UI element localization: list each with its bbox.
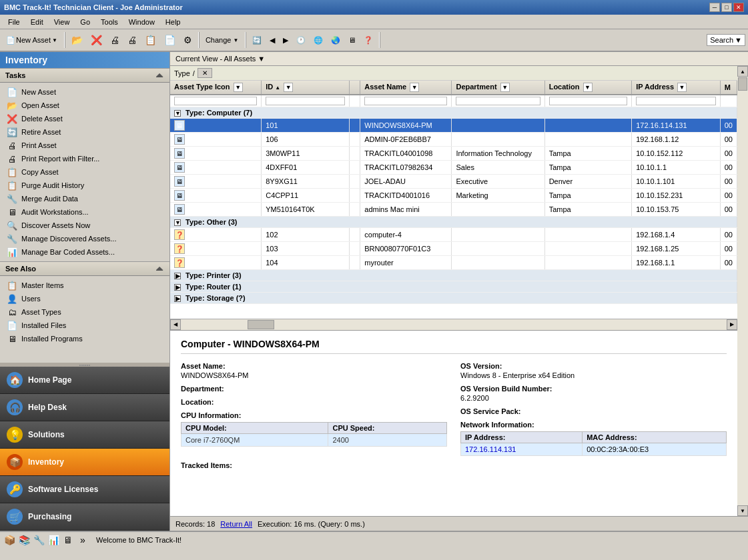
sidebar-item-installed-programs[interactable]: 🖥 Installed Programs — [1, 332, 168, 345]
sidebar-item-users[interactable]: 👤 Users — [1, 292, 168, 305]
table-row[interactable]: ❓ 103 BRN0080770F01C3 192.168.1.25 00 — [170, 242, 737, 256]
task-discover-assets[interactable]: 🔍 Discover Assets Now — [1, 219, 168, 232]
filter-asset-name[interactable]: ▼ — [410, 83, 419, 92]
see-also-collapse-icon[interactable]: ⏶ — [155, 263, 164, 274]
bottom-icon-3[interactable]: 🔧 — [32, 533, 45, 547]
task-retire-asset[interactable]: 🔄 Retire Asset — [1, 125, 168, 139]
change-button[interactable]: Change ▼ — [202, 34, 242, 46]
scroll-up-button[interactable]: ▲ — [737, 66, 748, 77]
return-all-link[interactable]: Return All — [220, 520, 252, 528]
nav-home-page[interactable]: 🏠 Home Page — [0, 367, 169, 394]
print2-toolbar-button[interactable]: 🖨 — [124, 33, 140, 47]
nav-help-desk[interactable]: 🎧 Help Desk — [0, 394, 169, 421]
task-audit-workstations[interactable]: 🖥 Audit Workstations... — [1, 205, 168, 219]
asset-table-wrapper[interactable]: Asset Type Icon ▼ ID ▲ ▼ Asset Name ▼ De… — [170, 81, 737, 319]
task-print-asset[interactable]: 🖨 Print Asset — [1, 139, 168, 152]
filter-ip-address[interactable]: ▼ — [677, 83, 687, 92]
filter-asset-type-icon[interactable]: ▼ — [234, 83, 243, 92]
scroll-down-button[interactable]: ▼ — [737, 505, 748, 516]
nav-solutions[interactable]: 💡 Solutions — [0, 421, 169, 449]
nav-software-licenses[interactable]: 🔑 Software Licenses — [0, 476, 169, 503]
bottom-icon-1[interactable]: 📦 — [3, 533, 16, 547]
menu-view[interactable]: View — [49, 17, 75, 27]
menu-help[interactable]: Help — [160, 17, 186, 27]
search-dropdown[interactable]: Search ▼ — [707, 34, 745, 46]
see-also-section-header[interactable]: See Also ⏶ — [0, 261, 169, 276]
open-toolbar-button[interactable]: 📂 — [68, 33, 86, 47]
col-id[interactable]: ID ▲ ▼ — [262, 81, 350, 95]
bottom-icon-4[interactable]: 📊 — [47, 533, 60, 547]
tasks-section-header[interactable]: Tasks ⏶ — [0, 68, 169, 83]
nav-inventory[interactable]: 📦 Inventory — [0, 449, 169, 476]
filter-input-asset-type[interactable] — [174, 97, 257, 105]
task-open-asset[interactable]: 📂 Open Asset — [1, 99, 168, 112]
filter-input-dept[interactable] — [456, 97, 540, 105]
sidebar-item-installed-files[interactable]: 📄 Installed Files — [1, 319, 168, 332]
globe2-button[interactable]: 🌏 — [328, 34, 344, 47]
col-asset-name[interactable]: Asset Name ▼ — [360, 81, 452, 95]
col-asset-type-icon[interactable]: Asset Type Icon ▼ — [170, 81, 262, 95]
menu-tools[interactable]: Tools — [95, 17, 123, 27]
window-controls[interactable]: ─ □ ✕ — [709, 3, 744, 12]
clock-button[interactable]: 🕐 — [293, 34, 309, 47]
nav-purchasing[interactable]: 🛒 Purchasing — [0, 503, 169, 531]
sidebar-item-master-items[interactable]: 📋 Master Items — [1, 279, 168, 292]
task-new-asset[interactable]: 📄 New Asset — [1, 85, 168, 99]
col-department[interactable]: Department ▼ — [452, 81, 544, 95]
task-manage-barcoded[interactable]: 📊 Manage Bar Coded Assets... — [1, 245, 168, 259]
expand-computer-button[interactable]: ▼ — [174, 110, 181, 117]
vertical-scrollbar[interactable]: ▲ ▼ — [737, 66, 748, 516]
table-row[interactable]: 🖥 4DXFF01 TRACKITL07982634 Sales Tampa 1… — [170, 161, 737, 175]
forward-button[interactable]: ▶ — [280, 34, 292, 47]
col-location[interactable]: Location ▼ — [544, 81, 631, 95]
settings-toolbar-button[interactable]: ⚙ — [180, 33, 196, 47]
monitor-button[interactable]: 🖥 — [345, 34, 359, 46]
print-toolbar-button[interactable]: 🖨 — [107, 33, 123, 47]
back-button[interactable]: ◀ — [266, 34, 278, 47]
help-toolbar-button[interactable]: ❓ — [360, 34, 376, 47]
task-copy-asset[interactable]: 📋 Copy Asset — [1, 165, 168, 179]
new-asset-button[interactable]: 📄 New Asset ▼ — [3, 34, 61, 47]
menu-window[interactable]: Window — [123, 17, 160, 27]
bottom-icon-5[interactable]: 🖥 — [61, 533, 75, 547]
scroll-right-button[interactable]: ▶ — [727, 319, 737, 330]
task-print-report[interactable]: 🖨 Print Report with Filter... — [1, 152, 168, 165]
horizontal-scroll-thumb[interactable] — [248, 320, 274, 329]
filter-input-location[interactable] — [549, 97, 627, 105]
filter-input-id[interactable] — [266, 97, 345, 105]
table-row[interactable]: 🖥 YM510164T0K admins Mac mini Tampa 10.1… — [170, 203, 737, 217]
copy-toolbar-button[interactable]: 📋 — [141, 33, 159, 47]
task-merge-audit[interactable]: 🔧 Merge Audit Data — [1, 192, 168, 205]
task-purge-audit[interactable]: 📋 Purge Audit History — [1, 179, 168, 192]
delete-toolbar-button[interactable]: ❌ — [87, 33, 105, 47]
paste-toolbar-button[interactable]: 📄 — [161, 33, 179, 47]
current-view-arrow[interactable]: ▼ — [258, 55, 265, 63]
menu-edit[interactable]: Edit — [25, 17, 49, 27]
change-dropdown-arrow[interactable]: ▼ — [232, 37, 239, 43]
scroll-left-button[interactable]: ◀ — [170, 319, 181, 330]
task-delete-asset[interactable]: ❌ Delete Asset — [1, 112, 168, 125]
globe-button[interactable]: 🌐 — [310, 34, 326, 47]
horizontal-scrollbar[interactable]: ◀ ▶ — [170, 319, 737, 329]
expand-router-button[interactable]: ▶ — [174, 284, 181, 291]
tasks-collapse-icon[interactable]: ⏶ — [155, 70, 164, 81]
filter-id[interactable]: ▼ — [284, 83, 293, 92]
table-row[interactable]: ❓ 102 computer-4 192.168.1.4 00 — [170, 228, 737, 242]
table-row[interactable]: 🖥 106 ADMIN-0F2EB6BB7 192.168.1.12 00 — [170, 133, 737, 147]
col-m[interactable]: M — [720, 81, 737, 95]
task-manage-discovered[interactable]: 🔧 Manage Discovered Assets... — [1, 232, 168, 245]
filter-department[interactable]: ▼ — [500, 83, 510, 92]
bottom-icon-2[interactable]: 📚 — [17, 533, 31, 547]
expand-printer-button[interactable]: ▶ — [174, 273, 181, 279]
table-row[interactable]: 🖥 8Y9XG11 JOEL-ADAU Executive Denver 10.… — [170, 175, 737, 189]
expand-other-button[interactable]: ▼ — [174, 219, 181, 226]
col-ip-address[interactable]: IP Address ▼ — [632, 81, 721, 95]
table-row[interactable]: 🖥 3M0WP11 TRACKITL04001098 Information T… — [170, 147, 737, 161]
maximize-button[interactable]: □ — [721, 3, 732, 12]
new-asset-dropdown-arrow[interactable]: ▼ — [51, 37, 58, 43]
table-row[interactable]: ❓ 104 myrouter 192.168.1.1 00 — [170, 256, 737, 270]
more-bottom-icons[interactable]: » — [76, 533, 89, 547]
table-row[interactable]: 🖥 C4CPP11 TRACKITD4001016 Marketing Tamp… — [170, 189, 737, 203]
menu-go[interactable]: Go — [75, 17, 95, 27]
filter-input-ip[interactable] — [636, 97, 716, 105]
